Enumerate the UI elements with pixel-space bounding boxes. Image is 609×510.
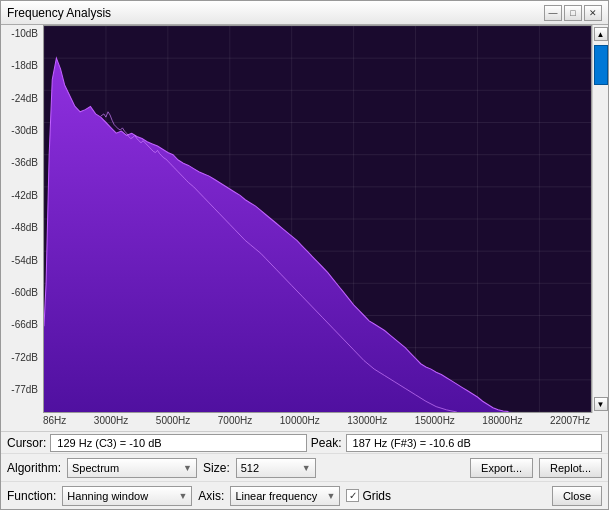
y-label-4: -36dB — [3, 158, 41, 168]
cursor-label: Cursor: — [7, 436, 46, 450]
window-controls: — □ ✕ — [544, 5, 602, 21]
cursor-value: 129 Hz (C3) = -10 dB — [57, 437, 161, 449]
controls-row-2: Function: Hanning window ▼ Axis: Linear … — [1, 481, 608, 509]
peak-value-field: 187 Hz (F#3) = -10.6 dB — [346, 434, 602, 452]
scrollbar-right[interactable]: ▲ ▼ — [592, 25, 608, 413]
axis-dropdown-arrow: ▼ — [326, 491, 335, 501]
grids-checkbox-area[interactable]: ✓ Grids — [346, 489, 391, 503]
cursor-value-field: 129 Hz (C3) = -10 dB — [50, 434, 306, 452]
x-label-6: 15000Hz — [415, 415, 455, 431]
y-label-10: -72dB — [3, 353, 41, 363]
y-label-11: -77dB — [3, 385, 41, 395]
close-button[interactable]: ✕ — [584, 5, 602, 21]
export-button[interactable]: Export... — [470, 458, 533, 478]
x-axis: 86Hz 3000Hz 5000Hz 7000Hz 10000Hz 13000H… — [1, 413, 608, 431]
x-label-8: 22007Hz — [550, 415, 590, 431]
y-label-8: -60dB — [3, 288, 41, 298]
scroll-thumb[interactable] — [594, 45, 608, 85]
x-label-0: 86Hz — [43, 415, 66, 431]
axis-label: Axis: — [198, 489, 224, 503]
algorithm-dropdown[interactable]: Spectrum ▼ — [67, 458, 197, 478]
x-label-4: 10000Hz — [280, 415, 320, 431]
axis-dropdown[interactable]: Linear frequency ▼ — [230, 486, 340, 506]
y-label-9: -66dB — [3, 320, 41, 330]
axis-value: Linear frequency — [235, 490, 317, 502]
minimize-button[interactable]: — — [544, 5, 562, 21]
y-label-2: -24dB — [3, 94, 41, 104]
peak-value: 187 Hz (F#3) = -10.6 dB — [353, 437, 471, 449]
grids-checkbox[interactable]: ✓ — [346, 489, 359, 502]
x-label-5: 13000Hz — [347, 415, 387, 431]
info-bar: Cursor: 129 Hz (C3) = -10 dB Peak: 187 H… — [1, 431, 608, 453]
scroll-up-button[interactable]: ▲ — [594, 27, 608, 41]
maximize-button[interactable]: □ — [564, 5, 582, 21]
algorithm-label: Algorithm: — [7, 461, 61, 475]
chart-svg — [44, 26, 591, 412]
y-label-3: -30dB — [3, 126, 41, 136]
grids-label: Grids — [362, 489, 391, 503]
function-dropdown[interactable]: Hanning window ▼ — [62, 486, 192, 506]
x-label-2: 5000Hz — [156, 415, 190, 431]
peak-label: Peak: — [311, 436, 342, 450]
controls-row-1: Algorithm: Spectrum ▼ Size: 512 ▼ Export… — [1, 453, 608, 481]
y-label-0: -10dB — [3, 29, 41, 39]
y-label-5: -42dB — [3, 191, 41, 201]
y-label-6: -48dB — [3, 223, 41, 233]
function-label: Function: — [7, 489, 56, 503]
size-dropdown[interactable]: 512 ▼ — [236, 458, 316, 478]
scroll-down-button[interactable]: ▼ — [594, 397, 608, 411]
size-dropdown-arrow: ▼ — [302, 463, 311, 473]
x-label-3: 7000Hz — [218, 415, 252, 431]
y-axis: -10dB -18dB -24dB -30dB -36dB -42dB -48d… — [1, 25, 43, 413]
algorithm-value: Spectrum — [72, 462, 119, 474]
chart-area: -10dB -18dB -24dB -30dB -36dB -42dB -48d… — [1, 25, 608, 413]
title-bar: Frequency Analysis — □ ✕ — [1, 1, 608, 25]
size-value: 512 — [241, 462, 259, 474]
y-label-1: -18dB — [3, 61, 41, 71]
chart-canvas[interactable] — [43, 25, 592, 413]
function-value: Hanning window — [67, 490, 148, 502]
size-label: Size: — [203, 461, 230, 475]
y-label-7: -54dB — [3, 256, 41, 266]
close-button[interactable]: Close — [552, 486, 602, 506]
algorithm-dropdown-arrow: ▼ — [183, 463, 192, 473]
frequency-analysis-window: Frequency Analysis — □ ✕ -10dB -18dB -24… — [0, 0, 609, 510]
x-label-7: 18000Hz — [482, 415, 522, 431]
grids-checkmark: ✓ — [349, 490, 357, 501]
window-title: Frequency Analysis — [7, 6, 111, 20]
replot-button[interactable]: Replot... — [539, 458, 602, 478]
x-label-1: 3000Hz — [94, 415, 128, 431]
function-dropdown-arrow: ▼ — [178, 491, 187, 501]
